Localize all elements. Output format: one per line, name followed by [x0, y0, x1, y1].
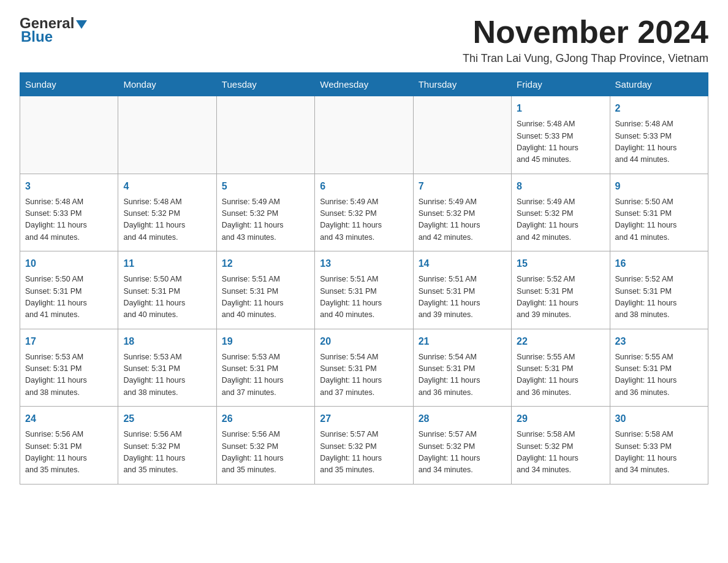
day-number: 12 [222, 256, 309, 271]
weekday-header-saturday: Saturday [610, 73, 708, 96]
day-info: Sunrise: 5:50 AM Sunset: 5:31 PM Dayligh… [615, 196, 703, 244]
day-info: Sunrise: 5:53 AM Sunset: 5:31 PM Dayligh… [222, 351, 309, 399]
calendar-cell: 4Sunrise: 5:48 AM Sunset: 5:32 PM Daylig… [118, 174, 216, 251]
day-number: 11 [123, 256, 211, 271]
logo-triangle-icon [76, 20, 87, 29]
calendar-week-row: 3Sunrise: 5:48 AM Sunset: 5:33 PM Daylig… [20, 174, 708, 251]
calendar-cell [413, 96, 511, 174]
calendar-cell: 30Sunrise: 5:58 AM Sunset: 5:33 PM Dayli… [610, 407, 708, 484]
weekday-header-monday: Monday [118, 73, 216, 96]
calendar-cell: 3Sunrise: 5:48 AM Sunset: 5:33 PM Daylig… [20, 174, 118, 251]
day-info: Sunrise: 5:48 AM Sunset: 5:32 PM Dayligh… [123, 196, 211, 244]
calendar-cell: 20Sunrise: 5:54 AM Sunset: 5:31 PM Dayli… [315, 329, 413, 407]
day-info: Sunrise: 5:56 AM Sunset: 5:32 PM Dayligh… [123, 429, 211, 477]
weekday-header-wednesday: Wednesday [315, 73, 413, 96]
location-text: Thi Tran Lai Vung, GJong Thap Province, … [463, 52, 708, 65]
calendar-cell: 9Sunrise: 5:50 AM Sunset: 5:31 PM Daylig… [610, 174, 708, 251]
calendar-cell: 29Sunrise: 5:58 AM Sunset: 5:32 PM Dayli… [512, 407, 610, 484]
day-number: 23 [615, 334, 703, 349]
day-number: 4 [123, 179, 211, 194]
day-info: Sunrise: 5:56 AM Sunset: 5:31 PM Dayligh… [25, 429, 113, 477]
day-number: 21 [419, 334, 506, 349]
day-info: Sunrise: 5:51 AM Sunset: 5:31 PM Dayligh… [419, 274, 506, 321]
day-number: 25 [123, 412, 211, 426]
calendar-cell: 27Sunrise: 5:57 AM Sunset: 5:32 PM Dayli… [315, 407, 413, 484]
day-info: Sunrise: 5:54 AM Sunset: 5:31 PM Dayligh… [320, 351, 408, 399]
day-number: 13 [320, 256, 408, 271]
day-info: Sunrise: 5:56 AM Sunset: 5:32 PM Dayligh… [222, 429, 309, 477]
calendar-week-row: 17Sunrise: 5:53 AM Sunset: 5:31 PM Dayli… [20, 329, 708, 407]
calendar-cell: 25Sunrise: 5:56 AM Sunset: 5:32 PM Dayli… [118, 407, 216, 484]
weekday-header-thursday: Thursday [413, 73, 511, 96]
logo: General Blue [20, 15, 87, 45]
day-info: Sunrise: 5:55 AM Sunset: 5:31 PM Dayligh… [615, 351, 703, 399]
day-info: Sunrise: 5:58 AM Sunset: 5:32 PM Dayligh… [517, 429, 604, 477]
calendar-cell: 23Sunrise: 5:55 AM Sunset: 5:31 PM Dayli… [610, 329, 708, 407]
day-info: Sunrise: 5:50 AM Sunset: 5:31 PM Dayligh… [123, 274, 211, 321]
calendar-cell: 14Sunrise: 5:51 AM Sunset: 5:31 PM Dayli… [413, 251, 511, 329]
day-number: 1 [517, 101, 604, 116]
day-number: 16 [615, 256, 703, 271]
calendar-cell: 16Sunrise: 5:52 AM Sunset: 5:31 PM Dayli… [610, 251, 708, 329]
calendar-cell: 24Sunrise: 5:56 AM Sunset: 5:31 PM Dayli… [20, 407, 118, 484]
calendar-cell: 12Sunrise: 5:51 AM Sunset: 5:31 PM Dayli… [216, 251, 314, 329]
day-number: 10 [25, 256, 113, 271]
day-number: 3 [25, 179, 113, 194]
calendar-cell: 10Sunrise: 5:50 AM Sunset: 5:31 PM Dayli… [20, 251, 118, 329]
calendar-cell: 22Sunrise: 5:55 AM Sunset: 5:31 PM Dayli… [512, 329, 610, 407]
day-number: 7 [419, 179, 506, 194]
calendar-cell: 8Sunrise: 5:49 AM Sunset: 5:32 PM Daylig… [512, 174, 610, 251]
calendar-header-row: SundayMondayTuesdayWednesdayThursdayFrid… [20, 73, 708, 96]
calendar-week-row: 10Sunrise: 5:50 AM Sunset: 5:31 PM Dayli… [20, 251, 708, 329]
page-header: General Blue November 2024 Thi Tran Lai … [20, 15, 708, 65]
day-number: 6 [320, 179, 408, 194]
day-number: 2 [615, 101, 703, 116]
day-number: 29 [517, 412, 604, 426]
day-number: 5 [222, 179, 309, 194]
day-number: 30 [615, 412, 703, 426]
day-number: 14 [419, 256, 506, 271]
day-number: 24 [25, 412, 113, 426]
calendar-cell: 13Sunrise: 5:51 AM Sunset: 5:31 PM Dayli… [315, 251, 413, 329]
calendar-cell [216, 96, 314, 174]
calendar-cell: 18Sunrise: 5:53 AM Sunset: 5:31 PM Dayli… [118, 329, 216, 407]
calendar-cell: 21Sunrise: 5:54 AM Sunset: 5:31 PM Dayli… [413, 329, 511, 407]
day-info: Sunrise: 5:49 AM Sunset: 5:32 PM Dayligh… [419, 196, 506, 244]
month-title: November 2024 [463, 15, 708, 50]
day-info: Sunrise: 5:57 AM Sunset: 5:32 PM Dayligh… [320, 429, 408, 477]
calendar-cell: 15Sunrise: 5:52 AM Sunset: 5:31 PM Dayli… [512, 251, 610, 329]
day-number: 15 [517, 256, 604, 271]
day-number: 27 [320, 412, 408, 426]
calendar-cell: 7Sunrise: 5:49 AM Sunset: 5:32 PM Daylig… [413, 174, 511, 251]
calendar-cell [315, 96, 413, 174]
calendar-cell: 28Sunrise: 5:57 AM Sunset: 5:32 PM Dayli… [413, 407, 511, 484]
weekday-header-tuesday: Tuesday [216, 73, 314, 96]
day-info: Sunrise: 5:51 AM Sunset: 5:31 PM Dayligh… [320, 274, 408, 321]
day-info: Sunrise: 5:52 AM Sunset: 5:31 PM Dayligh… [615, 274, 703, 321]
calendar-cell: 19Sunrise: 5:53 AM Sunset: 5:31 PM Dayli… [216, 329, 314, 407]
day-info: Sunrise: 5:49 AM Sunset: 5:32 PM Dayligh… [320, 196, 408, 244]
day-info: Sunrise: 5:58 AM Sunset: 5:33 PM Dayligh… [615, 429, 703, 477]
logo-blue-text: Blue [21, 28, 53, 45]
day-number: 18 [123, 334, 211, 349]
calendar-cell: 11Sunrise: 5:50 AM Sunset: 5:31 PM Dayli… [118, 251, 216, 329]
day-number: 19 [222, 334, 309, 349]
day-info: Sunrise: 5:50 AM Sunset: 5:31 PM Dayligh… [25, 274, 113, 321]
calendar-cell: 26Sunrise: 5:56 AM Sunset: 5:32 PM Dayli… [216, 407, 314, 484]
day-number: 20 [320, 334, 408, 349]
calendar-cell: 5Sunrise: 5:49 AM Sunset: 5:32 PM Daylig… [216, 174, 314, 251]
day-number: 8 [517, 179, 604, 194]
day-info: Sunrise: 5:57 AM Sunset: 5:32 PM Dayligh… [419, 429, 506, 477]
day-number: 22 [517, 334, 604, 349]
day-number: 28 [419, 412, 506, 426]
day-info: Sunrise: 5:48 AM Sunset: 5:33 PM Dayligh… [517, 118, 604, 166]
day-info: Sunrise: 5:54 AM Sunset: 5:31 PM Dayligh… [419, 351, 506, 399]
weekday-header-friday: Friday [512, 73, 610, 96]
calendar-cell: 6Sunrise: 5:49 AM Sunset: 5:32 PM Daylig… [315, 174, 413, 251]
weekday-header-sunday: Sunday [20, 73, 118, 96]
day-info: Sunrise: 5:53 AM Sunset: 5:31 PM Dayligh… [123, 351, 211, 399]
day-info: Sunrise: 5:48 AM Sunset: 5:33 PM Dayligh… [615, 118, 703, 166]
day-number: 26 [222, 412, 309, 426]
calendar-cell: 1Sunrise: 5:48 AM Sunset: 5:33 PM Daylig… [512, 96, 610, 174]
day-info: Sunrise: 5:53 AM Sunset: 5:31 PM Dayligh… [25, 351, 113, 399]
